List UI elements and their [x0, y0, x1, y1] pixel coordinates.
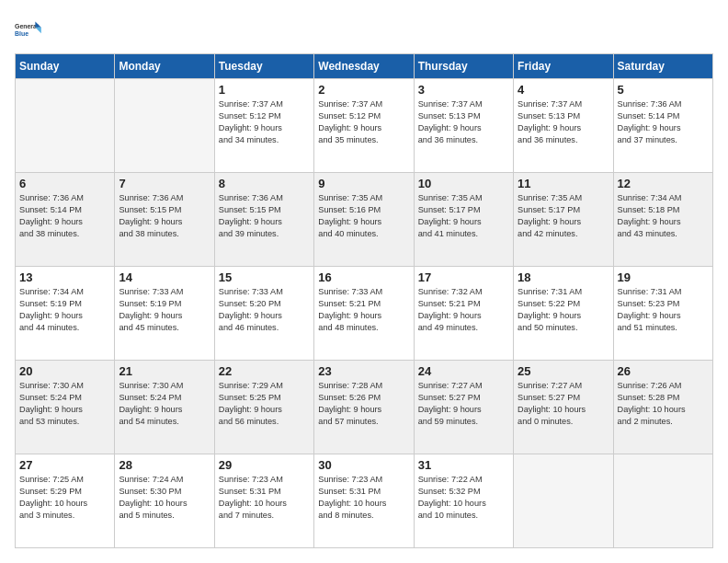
- logo: GeneralBlue: [15, 15, 44, 44]
- calendar-cell: [613, 454, 712, 548]
- day-number: 21: [119, 364, 210, 378]
- day-header-friday: Friday: [514, 54, 613, 79]
- calendar-cell: [16, 79, 115, 173]
- calendar-cell: 22Sunrise: 7:29 AM Sunset: 5:25 PM Dayli…: [214, 361, 313, 454]
- cell-info: Sunrise: 7:36 AM Sunset: 5:15 PM Dayligh…: [219, 192, 310, 240]
- calendar-cell: 19Sunrise: 7:31 AM Sunset: 5:23 PM Dayli…: [613, 267, 712, 361]
- day-number: 22: [219, 364, 310, 378]
- calendar-cell: 13Sunrise: 7:34 AM Sunset: 5:19 PM Dayli…: [16, 267, 115, 361]
- cell-info: Sunrise: 7:36 AM Sunset: 5:14 PM Dayligh…: [618, 98, 709, 146]
- calendar-cell: 21Sunrise: 7:30 AM Sunset: 5:24 PM Dayli…: [115, 361, 214, 454]
- day-number: 10: [418, 177, 509, 190]
- cell-info: Sunrise: 7:35 AM Sunset: 5:16 PM Dayligh…: [318, 192, 409, 240]
- calendar-cell: 9Sunrise: 7:35 AM Sunset: 5:16 PM Daylig…: [314, 173, 414, 267]
- cell-info: Sunrise: 7:37 AM Sunset: 5:12 PM Dayligh…: [219, 98, 310, 146]
- cell-info: Sunrise: 7:27 AM Sunset: 5:27 PM Dayligh…: [418, 380, 509, 428]
- cell-info: Sunrise: 7:37 AM Sunset: 5:12 PM Dayligh…: [318, 98, 409, 146]
- calendar-cell: [115, 79, 214, 173]
- cell-info: Sunrise: 7:30 AM Sunset: 5:24 PM Dayligh…: [19, 380, 110, 428]
- cell-info: Sunrise: 7:23 AM Sunset: 5:31 PM Dayligh…: [318, 474, 409, 522]
- cell-info: Sunrise: 7:30 AM Sunset: 5:24 PM Dayligh…: [119, 380, 210, 428]
- day-number: 14: [119, 270, 210, 284]
- day-number: 9: [318, 177, 409, 190]
- calendar-table: SundayMondayTuesdayWednesdayThursdayFrid…: [15, 53, 713, 548]
- day-number: 1: [219, 83, 310, 97]
- day-number: 16: [318, 270, 409, 284]
- svg-text:Blue: Blue: [15, 30, 28, 37]
- day-number: 27: [19, 458, 110, 472]
- day-number: 23: [318, 364, 409, 378]
- calendar-week-row: 20Sunrise: 7:30 AM Sunset: 5:24 PM Dayli…: [16, 361, 713, 454]
- page: GeneralBlue SundayMondayTuesdayWednesday…: [0, 0, 728, 563]
- cell-info: Sunrise: 7:33 AM Sunset: 5:21 PM Dayligh…: [318, 286, 409, 334]
- calendar-cell: 12Sunrise: 7:34 AM Sunset: 5:18 PM Dayli…: [613, 173, 712, 267]
- calendar-week-row: 27Sunrise: 7:25 AM Sunset: 5:29 PM Dayli…: [16, 454, 713, 548]
- cell-info: Sunrise: 7:22 AM Sunset: 5:32 PM Dayligh…: [418, 474, 509, 522]
- day-header-monday: Monday: [115, 54, 214, 79]
- day-header-wednesday: Wednesday: [314, 54, 414, 79]
- cell-info: Sunrise: 7:34 AM Sunset: 5:19 PM Dayligh…: [19, 286, 110, 334]
- cell-info: Sunrise: 7:25 AM Sunset: 5:29 PM Dayligh…: [19, 474, 110, 522]
- day-number: 6: [19, 177, 110, 190]
- calendar-cell: 16Sunrise: 7:33 AM Sunset: 5:21 PM Dayli…: [314, 267, 414, 361]
- day-number: 15: [219, 270, 310, 284]
- day-number: 26: [618, 364, 709, 378]
- calendar-cell: 29Sunrise: 7:23 AM Sunset: 5:31 PM Dayli…: [214, 454, 313, 548]
- calendar-cell: 25Sunrise: 7:27 AM Sunset: 5:27 PM Dayli…: [514, 361, 613, 454]
- calendar-cell: 24Sunrise: 7:27 AM Sunset: 5:27 PM Dayli…: [414, 361, 513, 454]
- day-number: 8: [219, 177, 310, 190]
- header: GeneralBlue: [15, 15, 713, 44]
- calendar-cell: 2Sunrise: 7:37 AM Sunset: 5:12 PM Daylig…: [314, 79, 414, 173]
- day-number: 24: [418, 364, 509, 378]
- cell-info: Sunrise: 7:35 AM Sunset: 5:17 PM Dayligh…: [518, 192, 609, 240]
- calendar-cell: 8Sunrise: 7:36 AM Sunset: 5:15 PM Daylig…: [214, 173, 313, 267]
- calendar-cell: 4Sunrise: 7:37 AM Sunset: 5:13 PM Daylig…: [514, 79, 613, 173]
- day-number: 18: [518, 270, 609, 284]
- calendar-cell: 17Sunrise: 7:32 AM Sunset: 5:21 PM Dayli…: [414, 267, 513, 361]
- calendar-cell: 26Sunrise: 7:26 AM Sunset: 5:28 PM Dayli…: [613, 361, 712, 454]
- logo-icon: GeneralBlue: [15, 15, 44, 44]
- day-number: 5: [618, 83, 709, 97]
- cell-info: Sunrise: 7:37 AM Sunset: 5:13 PM Dayligh…: [418, 98, 509, 146]
- calendar-cell: 18Sunrise: 7:31 AM Sunset: 5:22 PM Dayli…: [514, 267, 613, 361]
- day-number: 20: [19, 364, 110, 378]
- day-number: 4: [518, 83, 609, 97]
- calendar-cell: 10Sunrise: 7:35 AM Sunset: 5:17 PM Dayli…: [414, 173, 513, 267]
- calendar-cell: 27Sunrise: 7:25 AM Sunset: 5:29 PM Dayli…: [16, 454, 115, 548]
- calendar-cell: 11Sunrise: 7:35 AM Sunset: 5:17 PM Dayli…: [514, 173, 613, 267]
- day-number: 17: [418, 270, 509, 284]
- calendar-cell: 7Sunrise: 7:36 AM Sunset: 5:15 PM Daylig…: [115, 173, 214, 267]
- calendar-cell: 6Sunrise: 7:36 AM Sunset: 5:14 PM Daylig…: [16, 173, 115, 267]
- day-number: 29: [219, 458, 310, 472]
- calendar-cell: 20Sunrise: 7:30 AM Sunset: 5:24 PM Dayli…: [16, 361, 115, 454]
- cell-info: Sunrise: 7:29 AM Sunset: 5:25 PM Dayligh…: [219, 380, 310, 428]
- cell-info: Sunrise: 7:36 AM Sunset: 5:14 PM Dayligh…: [19, 192, 110, 240]
- cell-info: Sunrise: 7:33 AM Sunset: 5:20 PM Dayligh…: [219, 286, 310, 334]
- cell-info: Sunrise: 7:34 AM Sunset: 5:18 PM Dayligh…: [618, 192, 709, 240]
- day-number: 3: [418, 83, 509, 97]
- cell-info: Sunrise: 7:27 AM Sunset: 5:27 PM Dayligh…: [518, 380, 609, 428]
- day-number: 7: [119, 177, 210, 190]
- calendar-cell: 3Sunrise: 7:37 AM Sunset: 5:13 PM Daylig…: [414, 79, 513, 173]
- day-number: 2: [318, 83, 409, 97]
- day-number: 13: [19, 270, 110, 284]
- cell-info: Sunrise: 7:36 AM Sunset: 5:15 PM Dayligh…: [119, 192, 210, 240]
- calendar-cell: 14Sunrise: 7:33 AM Sunset: 5:19 PM Dayli…: [115, 267, 214, 361]
- day-header-sunday: Sunday: [16, 54, 115, 79]
- cell-info: Sunrise: 7:33 AM Sunset: 5:19 PM Dayligh…: [119, 286, 210, 334]
- day-number: 28: [119, 458, 210, 472]
- calendar-cell: 30Sunrise: 7:23 AM Sunset: 5:31 PM Dayli…: [314, 454, 414, 548]
- calendar-cell: 1Sunrise: 7:37 AM Sunset: 5:12 PM Daylig…: [214, 79, 313, 173]
- calendar-cell: [514, 454, 613, 548]
- day-number: 30: [318, 458, 409, 472]
- day-number: 31: [418, 458, 509, 472]
- cell-info: Sunrise: 7:37 AM Sunset: 5:13 PM Dayligh…: [518, 98, 609, 146]
- cell-info: Sunrise: 7:28 AM Sunset: 5:26 PM Dayligh…: [318, 380, 409, 428]
- calendar-cell: 23Sunrise: 7:28 AM Sunset: 5:26 PM Dayli…: [314, 361, 414, 454]
- day-number: 25: [518, 364, 609, 378]
- day-number: 12: [618, 177, 709, 190]
- cell-info: Sunrise: 7:26 AM Sunset: 5:28 PM Dayligh…: [618, 380, 709, 428]
- cell-info: Sunrise: 7:24 AM Sunset: 5:30 PM Dayligh…: [119, 474, 210, 522]
- day-number: 11: [518, 177, 609, 190]
- day-header-tuesday: Tuesday: [214, 54, 313, 79]
